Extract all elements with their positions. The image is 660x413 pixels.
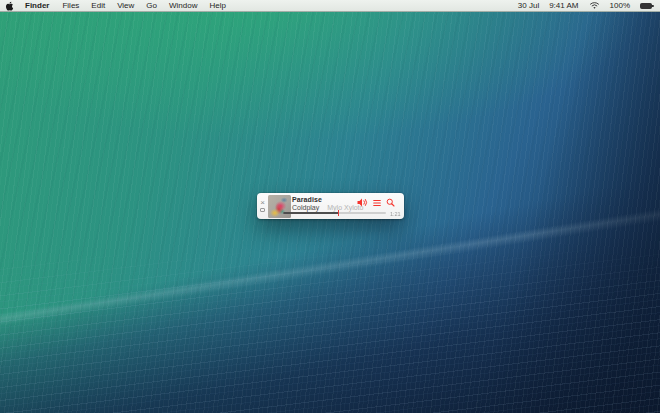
track-title: Paradise: [292, 196, 322, 203]
volume-icon[interactable]: [357, 198, 368, 207]
up-next-icon[interactable]: [373, 199, 381, 207]
battery-percent[interactable]: 100%: [605, 0, 635, 11]
menu-item-window[interactable]: Window: [163, 0, 203, 11]
progress-played: [283, 212, 339, 214]
menu-item-go[interactable]: Go: [140, 0, 163, 11]
menubar-date[interactable]: 30 Jul: [513, 0, 544, 11]
menubar-clock[interactable]: 9:41 AM: [544, 0, 583, 11]
battery-menu[interactable]: [635, 0, 660, 11]
miniplayer-window-controls: ×: [257, 193, 268, 219]
close-icon[interactable]: ×: [260, 200, 265, 206]
menu-item-files[interactable]: Files: [56, 0, 85, 11]
playhead[interactable]: [338, 210, 340, 216]
time-remaining[interactable]: 1:21: [390, 211, 401, 217]
expand-player-icon[interactable]: [260, 208, 265, 212]
player-actions: [357, 198, 395, 207]
water-ripple-texture: [0, 243, 660, 413]
battery-icon: [640, 3, 652, 9]
menu-item-finder[interactable]: Finder: [18, 0, 56, 11]
album-art[interactable]: [268, 195, 291, 218]
menu-bar-status: 30 Jul 9:41 AM 100%: [513, 0, 660, 11]
search-icon[interactable]: [386, 198, 395, 207]
track-subtitle: Coldplay Mylo Xyloto: [292, 204, 363, 211]
wifi-icon: [589, 2, 600, 10]
menu-item-edit[interactable]: Edit: [85, 0, 111, 11]
apple-logo-icon: [5, 1, 14, 11]
progress-bar[interactable]: [283, 212, 386, 214]
menu-item-help[interactable]: Help: [203, 0, 231, 11]
menu-bar: Finder Files Edit View Go Window Help 30…: [0, 0, 660, 12]
menu-item-view[interactable]: View: [111, 0, 140, 11]
track-artist: Coldplay: [292, 204, 319, 211]
menu-bar-left: Finder Files Edit View Go Window Help: [0, 0, 232, 11]
wifi-menu[interactable]: [584, 0, 605, 11]
itunes-miniplayer-window[interactable]: × Paradise Coldplay Mylo Xyloto 1:21: [257, 193, 404, 219]
apple-menu[interactable]: [0, 0, 18, 11]
